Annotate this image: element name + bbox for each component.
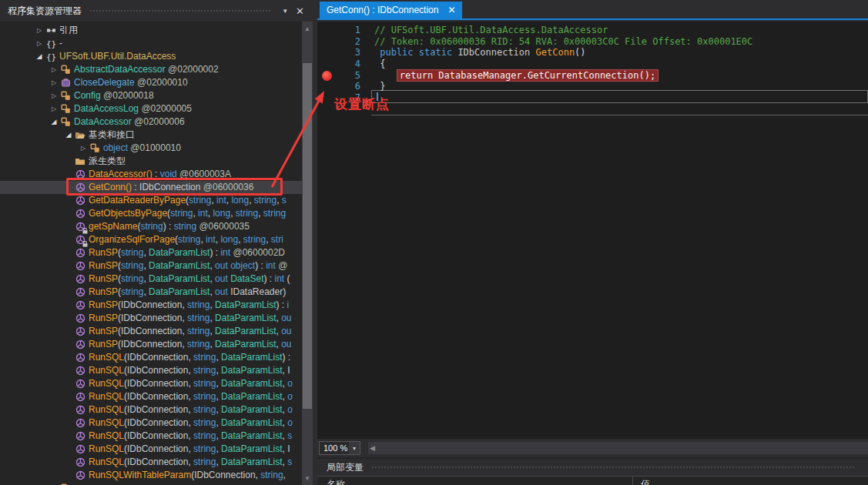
tree-row[interactable]: RunSQL(IDbConnection, string, DataParamL…	[0, 377, 302, 390]
line-number: 6	[317, 81, 360, 92]
method-icon	[74, 339, 86, 350]
tree-row[interactable]: ◢DataAccessor @02000006	[0, 115, 302, 129]
tree-row[interactable]: RunSQL(IDbConnection, string, DataParamL…	[0, 390, 302, 403]
tree-row[interactable]: RunSQL(IDbConnection, string, DataParamL…	[0, 351, 302, 364]
scrollbar-left-arrow-icon[interactable]: ◀	[370, 442, 375, 454]
tree-row[interactable]: ▷	[0, 482, 302, 485]
tree-row[interactable]: GetObjectsByPage(string, int, long, stri…	[0, 207, 302, 220]
tree-row[interactable]: RunSQL(IDbConnection, string, DataParamL…	[0, 403, 302, 416]
assembly-explorer-panel: 程序集资源管理器 ▼ ✕ ▷引用▷{}-◢{}UFSoft.UBF.Util.D…	[0, 0, 313, 485]
tree-row-label: RunSQLWithTableParam(IDbConnection, stri…	[0, 469, 302, 482]
class-icon	[59, 103, 72, 115]
tree-row[interactable]: OrganizeSqlForPage(string, int, long, st…	[0, 233, 302, 246]
tree-row[interactable]: ▷AbstractDataAccessor @02000002	[0, 63, 302, 76]
tree-row[interactable]: RunSP(IDbConnection, string, DataParamLi…	[0, 312, 302, 325]
collapse-arrow-icon[interactable]: ◢	[64, 129, 73, 142]
editor-region: GetConn() : IDbConnection ✕ 1// UFSoft.U…	[317, 0, 868, 485]
locals-column-value[interactable]: 值	[633, 477, 868, 485]
namespace-icon: {}	[45, 51, 57, 62]
tree-row[interactable]: ◢{}UFSoft.UBF.Util.DataAccess	[0, 50, 302, 63]
tree-row[interactable]: RunSP(IDbConnection, string, DataParamLi…	[0, 299, 302, 312]
method-icon	[74, 221, 86, 232]
tree-row[interactable]: 派生类型	[0, 155, 302, 168]
expand-arrow-icon[interactable]: ▷	[49, 89, 59, 102]
method-icon	[74, 234, 86, 246]
panel-close-icon[interactable]: ✕	[292, 4, 308, 18]
svg-text:{}: {}	[45, 39, 55, 49]
tree-row-label: RunSP(IDbConnection, string, DataParamLi…	[0, 312, 302, 325]
tree-row[interactable]: RunSP(IDbConnection, string, DataParamLi…	[0, 338, 302, 351]
tree-row-label: RunSQL(IDbConnection, string, DataParamL…	[0, 351, 302, 364]
tree-row[interactable]: ▷object @01000010	[0, 142, 302, 155]
tree-row-label: DataAccessor() : void @0600003A	[0, 168, 302, 181]
expand-arrow-icon[interactable]: ▷	[35, 37, 44, 50]
tree-row[interactable]: ▷CloseDelegate @02000010	[0, 76, 302, 89]
expand-arrow-icon[interactable]: ▷	[35, 24, 44, 37]
expand-arrow-icon[interactable]: ▷	[49, 63, 59, 76]
tree-row[interactable]: ▷Config @02000018	[0, 89, 302, 102]
breakpoint-statement: return DatabaseManager.GetCurrentConnect…	[397, 69, 659, 82]
tree-row[interactable]: RunSP(string, DataParamList, out object)…	[0, 259, 302, 273]
tree-row[interactable]: GetDataReaderByPage(string, int, long, s…	[0, 194, 302, 207]
collapse-arrow-icon[interactable]: ◢	[49, 115, 59, 129]
tree-vertical-scrollbar[interactable]: ▲ ▼	[302, 22, 313, 485]
tree-row[interactable]: RunSQLWithTableParam(IDbConnection, stri…	[0, 469, 302, 482]
class-icon	[59, 90, 72, 102]
references-icon	[45, 25, 57, 36]
code-line: 1// UFSoft.UBF.Util.DataAccess.DataAcces…	[317, 25, 868, 36]
tree-row[interactable]: RunSP(string, DataParamList, out DataSet…	[0, 273, 302, 286]
tree-row-label: RunSP(IDbConnection, string, DataParamLi…	[0, 299, 302, 312]
tree-scrollbar-thumb[interactable]	[303, 63, 312, 409]
editor-horizontal-scrollbar[interactable]: ◀	[368, 442, 868, 454]
expand-arrow-icon[interactable]: ▷	[79, 142, 88, 155]
panel-menu-icon[interactable]: ▼	[278, 6, 292, 16]
tab-title: GetConn() : IDbConnection	[327, 5, 438, 15]
tree-row[interactable]: ▷DataAccessLog @02000005	[0, 102, 302, 115]
locals-column-name[interactable]: 名称	[317, 477, 633, 485]
method-icon	[74, 457, 86, 468]
tab-getconn[interactable]: GetConn() : IDbConnection ✕	[320, 2, 462, 18]
collapse-arrow-icon[interactable]: ◢	[35, 50, 44, 63]
tree-row[interactable]: ◢基类和接口	[0, 129, 302, 142]
tree-row-label: 基类和接口	[0, 129, 302, 142]
method-icon	[74, 430, 86, 442]
zoom-level-combobox[interactable]: 100 %	[319, 441, 350, 455]
tree-row[interactable]: RunSP(IDbConnection, string, DataParamLi…	[0, 325, 302, 338]
method-icon	[74, 247, 86, 259]
folder-open-icon	[74, 129, 86, 141]
code-line: 7	[317, 92, 868, 104]
tree-row-label: RunSP(string, DataParamList, out DataSet…	[0, 273, 302, 286]
locals-column-headers: 名称 值	[317, 476, 868, 485]
tree-row[interactable]: ▷{}-	[0, 37, 302, 50]
tree-row-label: CloseDelegate @02000010	[0, 76, 302, 89]
tree-row[interactable]: RunSQL(IDbConnection, string, DataParamL…	[0, 443, 302, 456]
tree-row[interactable]: RunSQL(IDbConnection, string, DataParamL…	[0, 430, 302, 443]
zoom-dropdown-icon[interactable]: ▼	[349, 441, 360, 455]
tree-row[interactable]: RunSQL(IDbConnection, string, DataParamL…	[0, 416, 302, 430]
method-icon	[74, 365, 86, 376]
tree-row[interactable]: RunSP(string, DataParamList, out IDataRe…	[0, 286, 302, 299]
tab-close-icon[interactable]: ✕	[447, 5, 455, 15]
tree-row[interactable]: RunSP(string, DataParamList) : int @0600…	[0, 246, 302, 259]
tree-row[interactable]: GetConn() : IDbConnection @06000036	[0, 181, 302, 194]
expand-arrow-icon[interactable]: ▷	[49, 102, 59, 115]
code-line: 6}	[317, 81, 868, 92]
expand-arrow-icon[interactable]: ▷	[49, 482, 59, 485]
scrollbar-up-arrow-icon[interactable]: ▲	[302, 23, 313, 34]
tree-row-label: RunSQL(IDbConnection, string, DataParamL…	[0, 416, 302, 430]
tree-row-label: RunSQL(IDbConnection, string, DataParamL…	[0, 390, 302, 403]
editor-bottom-bar: 100 % ▼ ◀	[317, 439, 868, 457]
tree-row[interactable]: RunSQL(IDbConnection, string, DataParamL…	[0, 456, 302, 469]
tree-row-label: OrganizeSqlForPage(string, int, long, st…	[0, 233, 302, 246]
scrollbar-down-arrow-icon[interactable]: ▼	[302, 473, 313, 483]
method-icon	[74, 273, 86, 285]
breakpoint-dot[interactable]	[322, 71, 332, 81]
locals-header-grip	[371, 466, 856, 470]
tree-row[interactable]: getSpName(string) : string @06000035	[0, 220, 302, 233]
code-editor[interactable]: 1// UFSoft.UBF.Util.DataAccess.DataAcces…	[317, 22, 868, 439]
tree-row[interactable]: RunSQL(IDbConnection, string, DataParamL…	[0, 364, 302, 377]
expand-arrow-icon[interactable]: ▷	[49, 76, 59, 89]
assembly-tree: ▷引用▷{}-◢{}UFSoft.UBF.Util.DataAccess▷Abs…	[0, 22, 302, 485]
tree-row[interactable]: DataAccessor() : void @0600003A	[0, 168, 302, 181]
tree-row[interactable]: ▷引用	[0, 24, 302, 37]
